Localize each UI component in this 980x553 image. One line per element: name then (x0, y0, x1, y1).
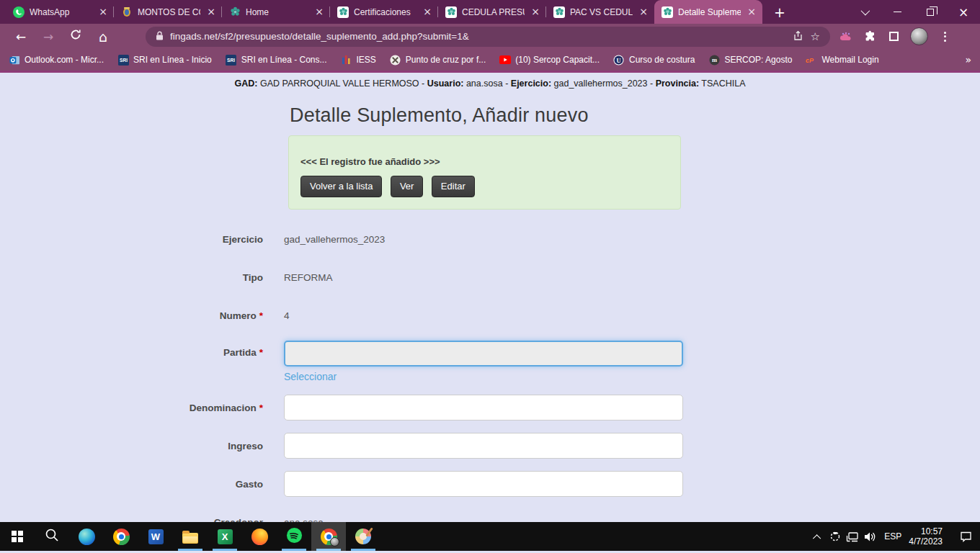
form-row-ejercicio: Ejercicio gad_vallehermos_2023 (180, 226, 685, 252)
share-icon[interactable] (793, 30, 804, 43)
tab-close-icon[interactable]: × (422, 6, 433, 18)
form-row-gasto: Gasto (180, 471, 685, 497)
tab-title: Detalle Suplemen (678, 7, 741, 17)
field-label: Gasto (236, 479, 263, 490)
bookmarks-overflow-icon[interactable]: » (965, 54, 971, 66)
taskbar-spotify-button[interactable] (277, 522, 311, 551)
home-icon[interactable]: ⌂ (89, 29, 117, 45)
tab-close-icon[interactable]: × (97, 6, 109, 18)
back-icon[interactable]: ← (7, 30, 35, 44)
start-button[interactable] (0, 522, 35, 551)
language-indicator[interactable]: ESP (878, 531, 909, 541)
tab-whatsapp[interactable]: WhatsApp × (6, 0, 114, 24)
secure-lock-icon[interactable] (156, 31, 164, 42)
excel-icon: X (218, 529, 233, 544)
seleccionar-link[interactable]: Seleccionar (284, 371, 337, 382)
flower-favicon (662, 6, 673, 18)
flower-favicon (337, 6, 349, 18)
form-row-denominacion: Denominacion* (180, 395, 685, 421)
address-bar[interactable]: fingads.net/sf2/presupuesto/detalle_supl… (146, 27, 830, 47)
action-center-icon[interactable] (951, 522, 980, 551)
tab-title: MONTOS DE COM (138, 7, 200, 17)
tab-home[interactable]: Home × (222, 0, 330, 24)
tab-certificaciones[interactable]: Certificaciones × (330, 0, 438, 24)
field-value: REFORMA (284, 272, 683, 283)
edit-button[interactable]: Editar (432, 176, 475, 197)
web-page: GAD: GAD PARROQUIAL VALLE HERMOSO - Usua… (0, 73, 980, 522)
menu-dots-icon[interactable] (937, 30, 952, 44)
network-icon[interactable] (844, 522, 861, 551)
success-message: <<< El registro fue añadido >>> (300, 156, 669, 167)
tab-title: CEDULA PRESUP (462, 7, 525, 17)
taskbar-paint-button[interactable] (346, 522, 380, 551)
profile-avatar[interactable] (910, 27, 928, 45)
tab-close-icon[interactable]: × (746, 6, 757, 18)
denominacion-input[interactable] (284, 395, 683, 421)
tab-close-icon[interactable]: × (638, 6, 649, 18)
close-window-button[interactable]: × (947, 0, 980, 24)
tab-close-icon[interactable]: × (313, 6, 325, 18)
taskbar-chrome-active-button[interactable] (311, 522, 346, 551)
ingreso-input[interactable] (284, 433, 683, 459)
volume-icon[interactable] (861, 522, 878, 551)
view-button[interactable]: Ver (391, 176, 424, 197)
bookmark-outlook[interactable]: Outlook.com - Micr... (9, 54, 104, 66)
sri-icon: SRI (117, 54, 129, 66)
partida-input[interactable] (284, 341, 683, 367)
field-value: 4 (284, 310, 683, 321)
tab-title: Certificaciones (354, 7, 416, 17)
bookmark-sercop-agosto[interactable]: m SERCOP: Agosto (708, 54, 792, 66)
bookmark-label: Webmail Login (821, 55, 878, 65)
tab-close-icon[interactable]: × (530, 6, 541, 18)
required-mark: * (259, 310, 263, 321)
back-to-list-button[interactable]: Volver a la lista (300, 176, 382, 197)
taskbar-excel-button[interactable]: X (208, 522, 242, 551)
browser-toolbar: ← → ⌂ fingads.net/sf2/presupuesto/detall… (0, 24, 980, 49)
bookmark-sercop-youtube[interactable]: (10) Sercop Capacit... (499, 54, 600, 66)
form-row-partida: Partida* Seleccionar (180, 341, 685, 382)
tab-montos[interactable]: MONTOS DE COM × (114, 0, 222, 24)
tab-title: WhatsApp (30, 7, 92, 17)
tab-close-icon[interactable]: × (205, 6, 217, 18)
bookmark-punto-de-cruz[interactable]: Punto de cruz por f... (390, 54, 486, 66)
paint-icon (355, 529, 371, 544)
chrome-icon (113, 529, 130, 545)
bookmark-webmail[interactable]: cP Webmail Login (806, 54, 878, 66)
tab-pac-vs-cedula[interactable]: PAC VS CEDULA × (546, 0, 654, 24)
extensions-puzzle-icon[interactable] (863, 30, 877, 44)
bookmark-iess[interactable]: IESS (341, 54, 376, 66)
taskbar-word-button[interactable]: W (138, 522, 173, 551)
bookmark-label: Curso de costura (629, 55, 695, 65)
tray-chevron-up-icon[interactable] (809, 522, 827, 551)
tab-search-chevron-icon[interactable] (847, 0, 881, 24)
weather-extension-icon[interactable] (839, 30, 853, 44)
taskbar-explorer-button[interactable] (173, 522, 208, 551)
taskbar-firefox-button[interactable] (242, 522, 277, 551)
taskbar-edge-button[interactable] (69, 522, 104, 551)
minimize-button[interactable] (881, 0, 914, 24)
forward-icon[interactable]: → (35, 30, 62, 44)
bookmark-star-icon[interactable]: ☆ (811, 30, 820, 43)
tab-cedula-presup[interactable]: CEDULA PRESUP × (438, 0, 546, 24)
bookmark-sri-inicio[interactable]: SRI SRI en Línea - Inicio (117, 54, 212, 66)
field-label: Ejercicio (223, 234, 263, 245)
svg-text:SRI: SRI (120, 58, 128, 63)
taskbar-clock[interactable]: 10:57 4/7/2023 (909, 526, 951, 547)
bookmark-curso-costura[interactable]: U Curso de costura (613, 54, 695, 66)
cpanel-icon: cP (806, 54, 817, 66)
flower-favicon (553, 6, 565, 18)
bookmarks-bar: Outlook.com - Micr... SRI SRI en Línea -… (0, 49, 980, 73)
form-row-numero: Numero* 4 (180, 302, 685, 328)
form-row-tipo: Tipo REFORMA (180, 264, 685, 290)
taskbar-search-button[interactable] (35, 522, 69, 551)
bookmark-sri-consultas[interactable]: SRI SRI en Línea - Cons... (226, 54, 327, 66)
toolbar-right (839, 27, 952, 45)
snipping-tool-icon[interactable] (827, 522, 844, 551)
side-panel-icon[interactable] (886, 30, 901, 44)
gasto-input[interactable] (284, 471, 683, 497)
tab-detalle-suplemento-active[interactable]: Detalle Suplemen × (654, 0, 762, 24)
restore-button[interactable] (914, 0, 947, 24)
taskbar-chrome-button[interactable] (104, 522, 138, 551)
new-tab-button[interactable]: + (770, 0, 790, 24)
reload-icon[interactable] (62, 29, 89, 44)
